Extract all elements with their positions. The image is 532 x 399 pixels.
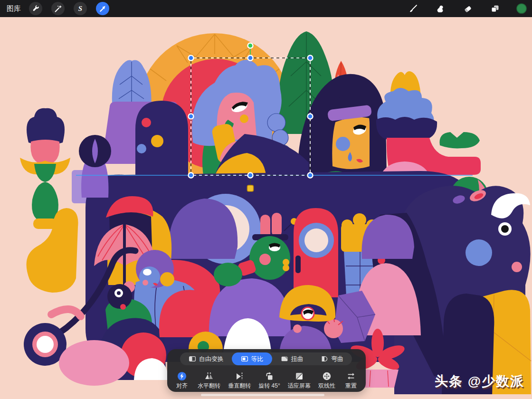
transform-mode-segmented-control: 自由变换 等比 扭曲 弯曲 xyxy=(180,352,352,365)
action-label: 适应屏幕 xyxy=(288,382,311,390)
color-swatch-icon xyxy=(516,3,527,14)
rotate-45-icon xyxy=(264,371,275,381)
top-toolbar: 图库 S xyxy=(0,0,532,17)
smudge-finger-icon xyxy=(436,4,445,13)
procreate-app: 图库 S xyxy=(0,0,532,399)
action-reset[interactable]: 重置 xyxy=(343,370,359,390)
watermark: 头条 @少数派 xyxy=(435,372,524,390)
selection-handle-bottom-center[interactable] xyxy=(248,173,253,178)
rotation-handle[interactable] xyxy=(248,43,253,48)
action-label: 水平翻转 xyxy=(198,382,220,390)
selection-handle-top-right[interactable] xyxy=(308,56,313,61)
eraser-button[interactable] xyxy=(463,3,473,14)
action-label: 重置 xyxy=(345,382,357,390)
home-indicator[interactable] xyxy=(201,394,324,396)
mode-label: 自由变换 xyxy=(199,355,224,363)
selection-handle-bottom-right[interactable] xyxy=(308,173,313,178)
selection-handle-top-left[interactable] xyxy=(189,56,194,61)
selection-button[interactable]: S xyxy=(74,2,87,15)
action-flip-horizontal[interactable]: 水平翻转 xyxy=(198,370,220,390)
paint-brush-icon xyxy=(408,4,418,13)
shear-handle[interactable] xyxy=(247,185,254,191)
selection-handle-mid-right[interactable] xyxy=(308,114,313,119)
mode-free-transform[interactable]: 自由变换 xyxy=(180,352,232,365)
action-label: 旋转 45° xyxy=(258,382,280,390)
mode-warp[interactable]: 弯曲 xyxy=(312,352,352,365)
smudge-button[interactable] xyxy=(435,3,446,14)
warp-icon xyxy=(321,355,328,362)
adjustments-button[interactable] xyxy=(51,2,65,15)
layers-icon xyxy=(490,4,500,13)
mode-uniform[interactable]: 等比 xyxy=(232,352,272,365)
wrench-icon xyxy=(32,5,40,13)
transform-button[interactable] xyxy=(96,2,109,15)
uniform-icon xyxy=(241,355,248,362)
action-flip-vertical[interactable]: 垂直翻转 xyxy=(228,370,251,390)
action-label: 双线性 xyxy=(318,382,335,390)
action-rotate-45[interactable]: 旋转 45° xyxy=(258,370,280,390)
gallery-button[interactable]: 图库 xyxy=(7,4,21,13)
snapping-bolt-icon xyxy=(177,371,187,381)
brush-button[interactable] xyxy=(408,3,418,14)
transform-panel: 自由变换 等比 扭曲 弯曲 xyxy=(167,349,366,392)
bilinear-icon xyxy=(322,371,332,381)
action-snapping[interactable]: 对齐 xyxy=(174,370,190,390)
actions-button[interactable] xyxy=(29,2,42,15)
fit-screen-icon xyxy=(294,371,304,381)
canvas[interactable] xyxy=(0,0,532,399)
selection-s-icon: S xyxy=(78,5,82,13)
action-bilinear[interactable]: 双线性 xyxy=(318,370,335,390)
mode-distort[interactable]: 扭曲 xyxy=(272,352,312,365)
free-transform-icon xyxy=(189,355,196,362)
selection-handle-bottom-left[interactable] xyxy=(189,173,194,178)
action-label: 对齐 xyxy=(176,382,188,390)
distort-icon xyxy=(281,355,288,362)
magic-wand-icon xyxy=(54,5,62,13)
selection-handle-mid-left[interactable] xyxy=(189,114,194,119)
transform-actions-row: 对齐 水平翻转 垂直翻转 xyxy=(174,370,359,390)
mode-label: 弯曲 xyxy=(331,355,343,363)
mode-label: 扭曲 xyxy=(291,355,304,363)
selection-handle-top-center[interactable] xyxy=(248,56,253,61)
eraser-icon xyxy=(463,4,473,13)
color-button[interactable] xyxy=(516,3,527,14)
mode-label: 等比 xyxy=(251,355,264,363)
flip-vertical-icon xyxy=(234,371,245,381)
flip-horizontal-icon xyxy=(203,371,215,381)
transform-arrow-icon xyxy=(99,5,107,13)
reset-icon xyxy=(346,371,356,381)
action-fit-screen[interactable]: 适应屏幕 xyxy=(288,370,311,390)
layers-button[interactable] xyxy=(490,3,500,14)
action-label: 垂直翻转 xyxy=(228,382,251,390)
